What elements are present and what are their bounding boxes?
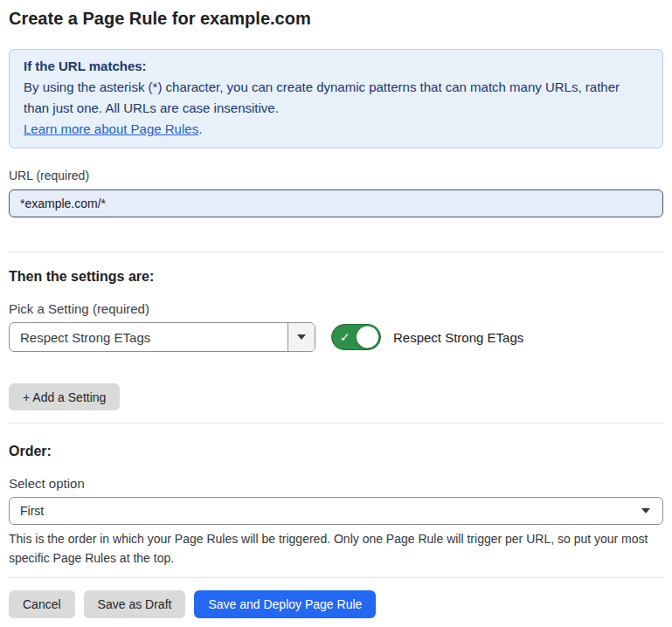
setting-select[interactable]: Respect Strong ETags [9, 322, 315, 352]
setting-select-arrow-button[interactable] [288, 323, 315, 351]
chevron-down-icon [641, 508, 650, 513]
info-box-heading: If the URL matches: [24, 56, 648, 77]
divider [9, 423, 663, 424]
page-rule-form: Create a Page Rule for example.com If th… [0, 7, 672, 618]
save-and-deploy-button[interactable]: Save and Deploy Page Rule [194, 590, 376, 618]
divider [9, 251, 663, 252]
order-select-value: First [20, 504, 641, 518]
learn-more-link[interactable]: Learn more about Page Rules [24, 121, 198, 136]
setting-row: Respect Strong ETags ✓ Respect Strong ET… [9, 322, 663, 352]
order-section-heading: Order: [9, 443, 663, 460]
info-box-link-line: Learn more about Page Rules. [24, 119, 648, 140]
divider [9, 577, 663, 578]
settings-section-heading: Then the settings are: [9, 268, 663, 286]
add-setting-button[interactable]: + Add a Setting [9, 383, 120, 410]
page-title: Create a Page Rule for example.com [9, 7, 663, 30]
order-helper-text: This is the order in which your Page Rul… [9, 529, 655, 568]
setting-toggle[interactable]: ✓ [331, 324, 381, 350]
cancel-button[interactable]: Cancel [9, 590, 75, 618]
setting-select-value: Respect Strong ETags [10, 323, 288, 351]
chevron-down-icon [297, 334, 306, 340]
order-select[interactable]: First [9, 497, 663, 525]
url-input[interactable] [9, 189, 663, 217]
check-icon: ✓ [340, 331, 350, 343]
url-match-info-box: If the URL matches: By using the asteris… [9, 49, 663, 148]
url-field-label: URL (required) [9, 168, 663, 183]
toggle-knob [357, 327, 378, 348]
order-select-label: Select option [9, 476, 663, 492]
footer-actions: Cancel Save as Draft Save and Deploy Pag… [9, 590, 663, 618]
pick-setting-label: Pick a Setting (required) [9, 301, 663, 317]
save-as-draft-button[interactable]: Save as Draft [84, 590, 186, 618]
link-period: . [198, 121, 202, 136]
info-box-body: By using the asterisk (*) character, you… [24, 77, 648, 119]
setting-toggle-label: Respect Strong ETags [393, 330, 523, 345]
